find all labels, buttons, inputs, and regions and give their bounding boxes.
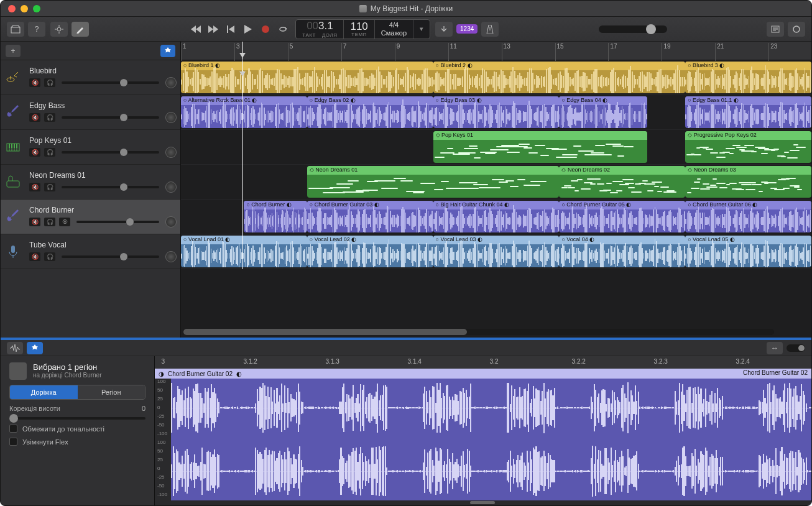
input-button[interactable]: ⦿ [59, 218, 70, 226]
region[interactable]: ○ Vocal Lead 02 ◐ [307, 236, 433, 267]
region[interactable]: ◇ Neon Dreams 03 [685, 166, 811, 198]
arrange-lane[interactable]: ○ Vocal Lead 01 ◐○ Vocal Lead 02 ◐○ Voca… [181, 234, 811, 269]
track-volume-slider[interactable] [62, 255, 159, 258]
rewind-button[interactable] [188, 22, 203, 37]
playhead-line[interactable] [242, 60, 243, 269]
track-header[interactable]: Neon Dreams 01 🔇 🎧 [1, 165, 180, 200]
library-button[interactable] [7, 22, 24, 37]
region[interactable]: ○ Chord Burner ◐ [244, 201, 307, 232]
editor-ruler[interactable]: 33.1.23.1.33.1.43.23.2.23.2.33.2.4 [155, 356, 811, 369]
go-to-start-button[interactable] [223, 22, 238, 37]
audio-editor[interactable]: 33.1.23.1.33.1.43.23.2.23.2.33.2.4 ◑ Cho… [155, 356, 811, 505]
solo-button[interactable]: 🎧 [44, 78, 55, 87]
quick-help-button[interactable]: ? [28, 22, 45, 37]
region[interactable]: ○ Chord Burner Guitar 06 ◐ [685, 201, 811, 232]
play-button[interactable] [241, 22, 256, 37]
solo-button[interactable]: 🎧 [44, 148, 55, 157]
region[interactable]: ○ Edgy Bass 01.1 ◐ [685, 96, 811, 128]
arrange-lane[interactable]: ◇ Pop Keys 01◇ Progressive Pop Keys 02 [181, 130, 811, 165]
region[interactable]: ○ Edgy Bass 02 ◐ [307, 96, 433, 128]
edit-mode-button[interactable] [72, 22, 89, 37]
region[interactable]: ○ Alternative Rock Bass 01 ◐ [181, 96, 307, 128]
tab-track[interactable]: Доріжка [10, 385, 78, 399]
horizontal-scrollbar[interactable] [183, 329, 774, 335]
region[interactable]: ○ Vocal Lead 03 ◐ [433, 236, 560, 267]
mute-button[interactable]: 🔇 [29, 218, 40, 226]
mute-button[interactable]: 🔇 [29, 183, 40, 191]
track-header[interactable]: Chord Burner 🔇 🎧 ⦿ [1, 200, 180, 234]
arrange-lane[interactable]: ○ Chord Burner ◐○ Chord Burner Guitar 03… [181, 200, 811, 234]
region[interactable]: ○ Bluebird 2 ◐ [433, 62, 686, 93]
tab-region[interactable]: Регіон [78, 385, 145, 399]
lcd-display[interactable]: 003.1 ТАКТДОЛЯ 110 ТЕМП 4/4 Cмажор ▾ [295, 19, 430, 39]
loops-filter-button[interactable] [160, 45, 175, 57]
record-button[interactable] [258, 22, 273, 37]
mute-button[interactable]: 🔇 [29, 148, 40, 157]
metronome-button[interactable] [481, 22, 499, 37]
track-header[interactable]: Bluebird 🔇 🎧 [1, 60, 180, 95]
arrange-area[interactable]: 1357911131517192123 ○ Bluebird 1 ◐○ Blue… [181, 42, 811, 338]
editor-zoom-toggle[interactable] [787, 344, 805, 352]
master-volume-slider[interactable] [599, 25, 667, 33]
solo-button[interactable]: 🎧 [44, 113, 55, 122]
region[interactable]: ○ Big Hair Guitar Chunk 04 ◐ [433, 201, 560, 232]
pan-knob[interactable] [165, 182, 177, 193]
loop-browser-button[interactable] [788, 22, 805, 37]
region[interactable]: ○ Edgy Bass 03 ◐ [433, 96, 560, 128]
forward-button[interactable] [206, 22, 221, 37]
region[interactable]: ○ Edgy Bass 04 ◐ [559, 96, 647, 128]
editor-scrollbar[interactable] [155, 500, 811, 505]
mute-button[interactable]: 🔇 [29, 113, 40, 122]
pan-knob[interactable] [165, 251, 177, 262]
playhead[interactable] [242, 42, 243, 60]
solo-button[interactable]: 🎧 [44, 183, 55, 191]
editor-view-audio-button[interactable] [7, 342, 23, 354]
track-volume-slider[interactable] [62, 81, 159, 84]
region[interactable]: ○ Vocal Lead 05 ◐ [685, 236, 811, 267]
pan-knob[interactable] [165, 112, 177, 123]
region[interactable]: ◇ Neon Dreams 01 [307, 166, 560, 198]
pitch-correction-slider[interactable] [9, 417, 145, 420]
track-volume-slider[interactable] [62, 186, 159, 188]
editor-view-track-button[interactable] [27, 342, 43, 354]
track-volume-slider[interactable] [62, 151, 159, 154]
pan-knob[interactable] [165, 77, 177, 88]
editor-catch-button[interactable]: ↔ [767, 342, 783, 354]
close-button[interactable] [8, 5, 16, 12]
arrange-lane[interactable]: ○ Alternative Rock Bass 01 ◐○ Edgy Bass … [181, 95, 811, 130]
region[interactable]: ◇ Neon Dreams 02 [559, 166, 685, 198]
tuner-button[interactable] [435, 22, 453, 37]
track-volume-slider[interactable] [76, 221, 159, 223]
region[interactable]: ○ Chord Burner Guitar 05 ◐ [559, 201, 685, 232]
cycle-button[interactable] [275, 22, 290, 37]
pan-knob[interactable] [165, 216, 177, 228]
zoom-button[interactable] [33, 5, 40, 12]
arrange-lane[interactable]: ○ Bluebird 1 ◐○ Bluebird 2 ◐○ Bluebird 3… [181, 60, 811, 95]
minimize-button[interactable] [21, 5, 28, 12]
view-mode-button[interactable] [50, 22, 68, 37]
timeline-ruler[interactable]: 1357911131517192123 [181, 42, 811, 60]
pan-knob[interactable] [165, 147, 177, 158]
solo-button[interactable]: 🎧 [44, 252, 55, 261]
region[interactable]: ◇ Progressive Pop Keys 02 [685, 131, 811, 163]
arrange-lanes[interactable]: ○ Bluebird 1 ◐○ Bluebird 2 ◐○ Bluebird 3… [181, 60, 811, 269]
count-in-button[interactable]: 1234 [456, 24, 478, 34]
mute-button[interactable]: 🔇 [29, 78, 40, 87]
arrange-lane[interactable]: ◇ Neon Dreams 01◇ Neon Dreams 02◇ Neon D… [181, 165, 811, 200]
region[interactable]: ○ Bluebird 3 ◐ [685, 62, 811, 93]
region[interactable]: ○ Chord Burner Guitar 03 ◐ [307, 201, 433, 232]
region[interactable]: ○ Bluebird 1 ◐ [181, 62, 433, 93]
solo-button[interactable]: 🎧 [44, 218, 55, 226]
track-volume-slider[interactable] [62, 116, 159, 119]
enable-flex-checkbox[interactable]: Увімкнути Flex [9, 438, 145, 446]
track-header[interactable]: Edgy Bass 🔇 🎧 [1, 95, 180, 130]
region[interactable]: ◇ Pop Keys 01 [433, 131, 648, 163]
region[interactable]: ○ Vocal Lead 01 ◐ [181, 236, 307, 267]
mute-button[interactable]: 🔇 [29, 252, 40, 261]
track-header[interactable]: Pop Keys 01 🔇 🎧 [1, 130, 180, 165]
limit-to-key-checkbox[interactable]: Обмежити до тональності [9, 425, 145, 433]
track-header[interactable]: Tube Vocal 🔇 🎧 [1, 234, 180, 269]
region[interactable]: ○ Vocal 04 ◐ [559, 236, 685, 267]
add-track-button[interactable]: + [6, 45, 21, 57]
notepad-button[interactable] [767, 22, 784, 37]
